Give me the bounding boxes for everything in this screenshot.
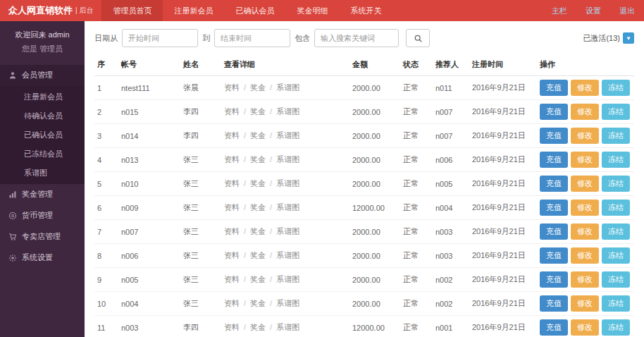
topbar-nav-item[interactable]: 奖金明细 — [285, 0, 339, 21]
detail-link[interactable]: 系谱图 — [276, 251, 299, 259]
recharge-button[interactable]: 充值 — [540, 176, 568, 192]
detail-link[interactable]: 资料 — [224, 155, 240, 164]
edit-button[interactable]: 修改 — [571, 319, 599, 336]
recharge-button[interactable]: 充值 — [540, 152, 568, 168]
recharge-button[interactable]: 充值 — [540, 247, 568, 264]
detail-link[interactable]: 资料 — [224, 131, 240, 140]
topbar-right-item[interactable]: 主栏 — [543, 0, 576, 21]
freeze-button[interactable]: 冻结 — [602, 223, 630, 240]
cell-reg-date: 2016年9月21日 — [469, 220, 537, 244]
recharge-button[interactable]: 充值 — [540, 319, 568, 336]
detail-link[interactable]: 奖金 — [250, 107, 266, 116]
cell-referrer: n002 — [433, 268, 469, 292]
date-from-input[interactable] — [122, 29, 198, 47]
topbar-right-item[interactable]: 设置 — [576, 0, 610, 21]
sidebar-item[interactable]: 系谱图 — [0, 164, 85, 183]
freeze-button[interactable]: 冻结 — [602, 319, 630, 336]
sidebar-item[interactable]: 已确认会员 — [0, 125, 85, 145]
detail-link[interactable]: 系谱图 — [276, 299, 299, 307]
detail-link[interactable]: 奖金 — [250, 299, 266, 307]
sidebar-section-0[interactable]: 会员管理 — [0, 65, 85, 86]
edit-button[interactable]: 修改 — [571, 176, 599, 192]
detail-link[interactable]: 奖金 — [250, 323, 266, 331]
detail-link[interactable]: 系谱图 — [276, 275, 299, 283]
edit-button[interactable]: 修改 — [571, 271, 599, 288]
freeze-button[interactable]: 冻结 — [602, 128, 630, 144]
sidebar-section-3[interactable]: 专卖店管理 — [0, 226, 85, 247]
status-text: 正常 — [400, 268, 433, 292]
freeze-button[interactable]: 冻结 — [602, 271, 630, 288]
detail-link[interactable]: 资料 — [224, 179, 240, 188]
freeze-button[interactable]: 冻结 — [602, 152, 630, 168]
edit-button[interactable]: 修改 — [571, 128, 599, 144]
table-row: 4n013张三资料/奖金/系谱图2000.00正常n0062016年9月21日充… — [94, 148, 634, 172]
freeze-button[interactable]: 冻结 — [602, 247, 630, 264]
detail-link[interactable]: 系谱图 — [276, 131, 299, 140]
detail-link[interactable]: 系谱图 — [276, 179, 299, 188]
topbar-nav-item[interactable]: 已确认会员 — [224, 0, 285, 21]
keyword-input[interactable] — [314, 29, 399, 47]
freeze-button[interactable]: 冻结 — [602, 104, 630, 120]
detail-link[interactable]: 奖金 — [250, 203, 266, 212]
status-filter-select[interactable]: 已激活(13) ▼ — [583, 32, 634, 44]
recharge-button[interactable]: 充值 — [540, 80, 568, 96]
detail-link[interactable]: 资料 — [224, 227, 240, 235]
sidebar-section-label: 系统设置 — [22, 252, 53, 263]
detail-link[interactable]: 奖金 — [250, 227, 266, 235]
table-row: 9n005张三资料/奖金/系谱图2000.00正常n0022016年9月21日充… — [94, 268, 634, 292]
detail-link[interactable]: 资料 — [224, 83, 240, 92]
recharge-button[interactable]: 充值 — [540, 223, 568, 240]
detail-link[interactable]: 资料 — [224, 275, 240, 283]
freeze-button[interactable]: 冻结 — [602, 295, 630, 312]
status-text: 正常 — [400, 292, 433, 316]
detail-link[interactable]: 奖金 — [250, 275, 266, 283]
search-button[interactable] — [406, 29, 430, 47]
detail-link[interactable]: 系谱图 — [276, 83, 299, 92]
detail-link[interactable]: 资料 — [224, 203, 240, 212]
sidebar-item[interactable]: 注册新会员 — [0, 87, 85, 106]
detail-separator: / — [244, 203, 246, 212]
date-to-input[interactable] — [214, 29, 290, 47]
edit-button[interactable]: 修改 — [571, 80, 599, 96]
sidebar-item[interactable]: 待确认会员 — [0, 106, 85, 125]
detail-link[interactable]: 系谱图 — [276, 155, 299, 164]
recharge-button[interactable]: 充值 — [540, 104, 568, 120]
cell-amount: 2000.00 — [349, 124, 400, 148]
cell-account: n014 — [118, 124, 180, 148]
detail-link[interactable]: 奖金 — [250, 179, 266, 188]
freeze-button[interactable]: 冻结 — [602, 176, 630, 192]
recharge-button[interactable]: 充值 — [540, 128, 568, 144]
detail-link[interactable]: 资料 — [224, 323, 240, 331]
cell-account: n006 — [118, 244, 180, 268]
topbar-right-item[interactable]: 退出 — [610, 0, 644, 21]
freeze-button[interactable]: 冻结 — [602, 200, 630, 216]
edit-button[interactable]: 修改 — [571, 295, 599, 312]
detail-link[interactable]: 资料 — [224, 107, 240, 116]
edit-button[interactable]: 修改 — [571, 247, 599, 264]
sidebar-section-4[interactable]: 系统设置 — [0, 247, 85, 269]
sidebar-section-1[interactable]: 奖金管理 — [0, 184, 85, 205]
detail-link[interactable]: 奖金 — [250, 251, 266, 259]
detail-link[interactable]: 系谱图 — [276, 203, 299, 212]
recharge-button[interactable]: 充值 — [540, 295, 568, 312]
detail-link[interactable]: 资料 — [224, 299, 240, 307]
detail-link[interactable]: 奖金 — [250, 131, 266, 140]
detail-link[interactable]: 奖金 — [250, 83, 266, 92]
detail-link[interactable]: 系谱图 — [276, 323, 299, 331]
topbar-nav-item[interactable]: 注册新会员 — [163, 0, 224, 21]
sidebar-section-2[interactable]: 货币管理 — [0, 205, 85, 226]
recharge-button[interactable]: 充值 — [540, 271, 568, 288]
freeze-button[interactable]: 冻结 — [602, 80, 630, 96]
topbar-nav-item[interactable]: 管理员首页 — [101, 0, 163, 21]
detail-link[interactable]: 系谱图 — [276, 227, 299, 235]
detail-link[interactable]: 奖金 — [250, 155, 266, 164]
edit-button[interactable]: 修改 — [571, 200, 599, 216]
topbar-nav-item[interactable]: 系统开关 — [339, 0, 392, 21]
detail-link[interactable]: 资料 — [224, 251, 240, 259]
detail-link[interactable]: 系谱图 — [276, 107, 299, 116]
recharge-button[interactable]: 充值 — [540, 200, 568, 216]
edit-button[interactable]: 修改 — [571, 104, 599, 120]
sidebar-item[interactable]: 已冻结会员 — [0, 145, 85, 164]
edit-button[interactable]: 修改 — [571, 223, 599, 240]
edit-button[interactable]: 修改 — [571, 152, 599, 168]
